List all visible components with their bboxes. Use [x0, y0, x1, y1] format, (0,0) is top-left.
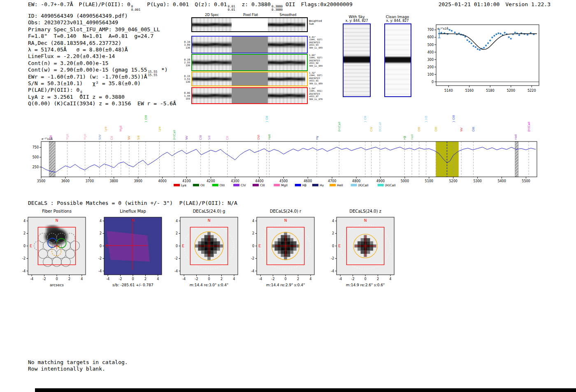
east-label: E	[182, 244, 184, 248]
cutout-lineflux: -4-4-2-2002244NE	[94, 215, 168, 282]
north-label: N	[364, 218, 367, 223]
svg-text:-4: -4	[174, 269, 178, 273]
svg-text:2: 2	[144, 277, 146, 281]
svg-text:-2: -2	[98, 257, 102, 260]
svg-text:-4: -4	[339, 277, 342, 281]
cutout-title: Lineflux Map	[96, 209, 170, 213]
svg-text:-4: -4	[98, 269, 102, 273]
svg-text:4: 4	[81, 277, 83, 281]
east-label: E	[338, 244, 341, 248]
north-label: N	[208, 218, 211, 223]
svg-text:2: 2	[297, 277, 299, 281]
cutout-caption: m:14.4 re:2.9" s:0.4"	[249, 283, 323, 287]
cutout-title: Fiber Positions	[20, 209, 94, 213]
svg-text:-2: -2	[174, 257, 178, 260]
bottom-bar	[35, 388, 576, 392]
svg-text:4: 4	[233, 277, 235, 281]
north-label: N	[132, 218, 135, 223]
svg-text:-2: -2	[272, 277, 275, 281]
svg-text:-2: -2	[331, 257, 334, 260]
svg-text:2: 2	[377, 277, 379, 281]
north-label: N	[56, 218, 58, 223]
svg-text:2: 2	[252, 232, 254, 235]
svg-text:2: 2	[176, 232, 178, 235]
svg-text:4: 4	[389, 277, 391, 281]
svg-text:2: 2	[68, 277, 70, 281]
svg-text:-4: -4	[251, 269, 254, 273]
svg-text:-2: -2	[43, 277, 46, 281]
cutout-caption: m:14.4 re:3.0" s:0.4"	[172, 283, 246, 287]
cutout-caption: arcsecs	[20, 283, 94, 287]
svg-text:-2: -2	[195, 277, 198, 281]
north-label: N	[284, 218, 287, 223]
east-label: E	[106, 244, 108, 248]
svg-text:4: 4	[252, 219, 254, 223]
svg-text:2: 2	[221, 277, 223, 281]
svg-text:0: 0	[364, 277, 366, 281]
cutout-title: DECaLS(24.0) g	[172, 209, 246, 213]
svg-text:2: 2	[332, 232, 334, 235]
svg-text:-4: -4	[30, 277, 33, 281]
cutout-caption: s/b: -285.61 +/- 0.787	[96, 283, 170, 287]
svg-text:4: 4	[100, 219, 102, 223]
svg-text:4: 4	[332, 219, 334, 223]
svg-text:-2: -2	[22, 257, 26, 260]
svg-text:4: 4	[157, 277, 159, 281]
east-label: E	[30, 244, 32, 248]
svg-text:0: 0	[332, 244, 334, 248]
svg-text:0: 0	[56, 277, 58, 281]
svg-text:4: 4	[176, 219, 178, 223]
svg-text:0: 0	[284, 277, 286, 281]
east-label: E	[258, 244, 261, 248]
svg-text:-4: -4	[331, 269, 334, 273]
cutout-decals-r: -4-4-2-2002244NE	[247, 215, 321, 282]
svg-text:4: 4	[23, 219, 26, 223]
svg-text:0: 0	[208, 277, 210, 281]
svg-text:2: 2	[100, 232, 102, 235]
svg-text:-4: -4	[22, 269, 26, 273]
svg-text:0: 0	[100, 244, 102, 248]
cutout-fibers: -4-4-2-2002244NE	[18, 215, 92, 282]
cutout-title: DECaLS(24.0) r	[249, 209, 323, 213]
cutout-row: -4-4-2-2002244NEFiber Positionsarcsecs-4…	[0, 0, 576, 392]
footer-line-2: Row intentionally blank.	[28, 366, 105, 372]
svg-text:-2: -2	[251, 257, 254, 260]
svg-text:0: 0	[252, 244, 254, 248]
svg-text:-4: -4	[106, 277, 109, 281]
footer-line-1: No matching targets in catalog.	[28, 359, 128, 366]
cutout-title: DECaLS(24.0) z	[328, 209, 402, 213]
svg-text:-4: -4	[182, 277, 186, 281]
svg-text:-2: -2	[119, 277, 122, 281]
cutout-caption: m:14.9 re:2.6" s:0.6"	[328, 283, 402, 287]
cutout-decals-z: -4-4-2-2002244NE	[327, 215, 401, 282]
svg-text:-2: -2	[351, 277, 355, 281]
svg-text:0: 0	[176, 244, 178, 248]
elixer-report-page: EW: -0.7+-0.7ÅP(LAE)/P(OII): 000.001P(Ly…	[0, 0, 576, 392]
svg-text:4: 4	[309, 277, 311, 281]
cutout-decals-g: -4-4-2-2002244NE	[170, 215, 244, 282]
svg-text:-4: -4	[259, 277, 262, 281]
svg-text:2: 2	[23, 232, 26, 235]
svg-text:0: 0	[132, 277, 134, 281]
svg-text:0: 0	[23, 244, 26, 248]
